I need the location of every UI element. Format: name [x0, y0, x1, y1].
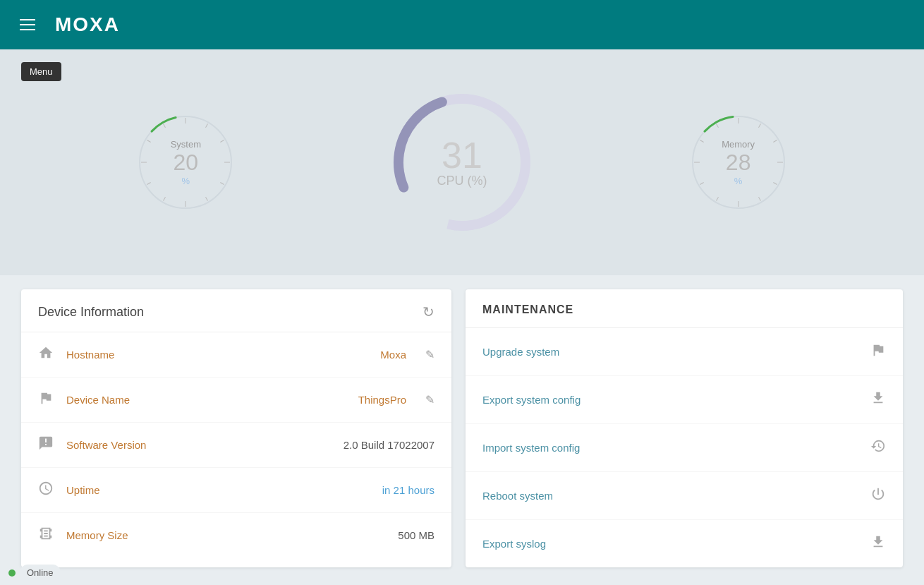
status-label: Online: [20, 565, 61, 581]
cpu-gauge-labels: 31 CPU (%): [437, 137, 487, 188]
device-name-row: Device Name ThingsPro ✎: [21, 378, 451, 423]
main-content: Device Information ↻ Hostname Moxa ✎ Dev…: [0, 275, 924, 581]
uptime-value: in 21 hours: [193, 484, 434, 496]
maintenance-card: MAINTENANCE Upgrade system Export system…: [466, 289, 903, 567]
export-syslog-label: Export syslog: [482, 538, 546, 550]
svg-line-29: [716, 123, 718, 127]
logo: MOXA: [55, 13, 120, 36]
import-config-icon: [870, 438, 886, 457]
svg-line-26: [700, 183, 703, 185]
memory-size-label: Memory Size: [66, 529, 193, 541]
software-version-label: Software Version: [66, 439, 193, 451]
uptime-row: Uptime in 21 hours: [21, 468, 451, 513]
export-syslog-icon: [870, 534, 886, 553]
hostname-value: Moxa: [193, 349, 406, 361]
device-refresh-icon[interactable]: ↻: [423, 303, 434, 320]
status-bar: Online: [0, 560, 69, 585]
gauges-section: System 20 % 31 CPU (%): [0, 49, 924, 275]
svg-line-22: [773, 183, 777, 185]
svg-line-10: [147, 183, 151, 185]
memory-gauge-value: 28: [722, 150, 755, 176]
upgrade-system-label: Upgrade system: [482, 346, 559, 358]
device-name-label: Device Name: [66, 394, 193, 406]
system-gauge-value: 20: [171, 150, 201, 176]
svg-line-9: [164, 197, 166, 200]
memory-size-row: Memory Size 500 MB: [21, 513, 451, 557]
svg-line-13: [164, 123, 166, 127]
svg-line-4: [221, 140, 224, 143]
software-version-value: 2.0 Build 17022007: [193, 439, 434, 451]
menu-tooltip: Menu: [21, 62, 61, 81]
export-config-item[interactable]: Export system config: [466, 376, 903, 424]
memory-gauge-unit: %: [722, 176, 755, 186]
upgrade-system-item[interactable]: Upgrade system: [466, 328, 903, 376]
device-card-header: Device Information ↻: [21, 289, 451, 332]
svg-line-19: [758, 123, 760, 127]
reboot-system-label: Reboot system: [482, 490, 553, 502]
memory-gauge-title: Memory: [722, 139, 755, 150]
hamburger-menu[interactable]: [14, 13, 41, 36]
maintenance-title: MAINTENANCE: [482, 303, 573, 316]
reboot-system-icon: [870, 486, 886, 505]
device-name-edit-icon[interactable]: ✎: [413, 393, 434, 406]
memory-gauge-labels: Memory 28 %: [722, 139, 755, 186]
cpu-gauge: 31 CPU (%): [384, 85, 540, 240]
software-version-row: Software Version 2.0 Build 17022007: [21, 423, 451, 468]
hostname-icon: [38, 345, 66, 364]
svg-line-3: [206, 123, 208, 127]
software-version-icon: [38, 435, 66, 454]
status-dot: [8, 569, 16, 577]
memory-gauge: Memory 28 %: [679, 102, 798, 222]
svg-line-28: [700, 140, 703, 143]
device-card-title: Device Information: [38, 305, 144, 320]
svg-line-23: [758, 197, 760, 200]
svg-line-20: [773, 140, 777, 143]
svg-line-12: [147, 140, 151, 143]
svg-line-7: [206, 197, 208, 200]
cpu-gauge-value: 31: [437, 137, 487, 174]
export-config-label: Export system config: [482, 394, 580, 406]
device-name-value: ThingsPro: [193, 394, 406, 406]
memory-size-value: 500 MB: [193, 529, 434, 541]
system-gauge-title: System: [171, 139, 201, 150]
maintenance-card-header: MAINTENANCE: [466, 289, 903, 328]
upgrade-system-icon: [870, 342, 886, 361]
hostname-edit-icon[interactable]: ✎: [413, 348, 434, 361]
hostname-label: Hostname: [66, 349, 193, 361]
export-config-icon: [870, 390, 886, 409]
system-gauge: System 20 %: [126, 102, 245, 222]
hostname-row: Hostname Moxa ✎: [21, 332, 451, 378]
uptime-label: Uptime: [66, 484, 193, 496]
cpu-gauge-title: CPU (%): [437, 174, 487, 188]
import-config-item[interactable]: Import system config: [466, 424, 903, 472]
uptime-icon: [38, 481, 66, 500]
export-syslog-item[interactable]: Export syslog: [466, 520, 903, 567]
header: MOXA: [0, 0, 924, 49]
system-gauge-labels: System 20 %: [171, 139, 201, 186]
import-config-label: Import system config: [482, 442, 580, 454]
memory-size-icon: [38, 526, 66, 545]
system-gauge-unit: %: [171, 176, 201, 186]
device-name-icon: [38, 390, 66, 409]
device-information-card: Device Information ↻ Hostname Moxa ✎ Dev…: [21, 289, 451, 567]
reboot-system-item[interactable]: Reboot system: [466, 472, 903, 520]
svg-line-6: [221, 183, 224, 185]
svg-line-25: [716, 197, 718, 200]
